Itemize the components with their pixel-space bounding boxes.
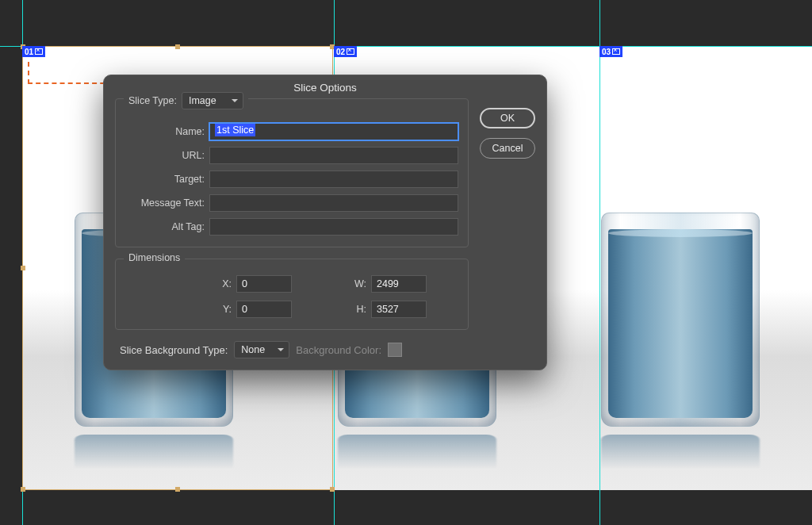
guide-vertical[interactable] (599, 0, 600, 525)
slice-number: 03 (602, 48, 611, 56)
target-input[interactable] (209, 171, 458, 188)
bg-type-label: Slice Background Type: (120, 344, 228, 356)
slice-badge-1[interactable]: 01 (22, 46, 45, 57)
cancel-button[interactable]: Cancel (480, 138, 535, 159)
image-slice-icon (612, 48, 620, 55)
h-input[interactable] (371, 301, 427, 318)
image-slice-icon (347, 48, 354, 55)
h-label: H: (292, 304, 371, 315)
glass-image-3 (593, 189, 768, 474)
slice-number: 02 (336, 48, 345, 56)
slice-type-select[interactable]: Image (182, 92, 243, 109)
guide-horizontal[interactable] (0, 46, 812, 47)
target-label: Target: (125, 174, 205, 185)
url-label: URL: (125, 150, 205, 161)
image-slice-icon (35, 48, 43, 55)
bg-color-swatch (388, 343, 402, 357)
w-label: W: (292, 278, 371, 289)
bg-color-label: Background Color: (296, 344, 381, 356)
x-input[interactable] (236, 275, 292, 293)
slice-type-group: Slice Type: Image Name: 1st Slice URL: (115, 98, 469, 247)
bg-type-value: None (241, 344, 265, 355)
alt-tag-input[interactable] (209, 218, 458, 236)
ok-button[interactable]: OK (480, 108, 535, 128)
w-input[interactable] (371, 275, 427, 293)
slice-number: 01 (25, 48, 33, 56)
ok-button-label: OK (500, 113, 515, 124)
slice-badge-2[interactable]: 02 (334, 46, 357, 57)
alt-tag-label: Alt Tag: (125, 221, 205, 232)
name-input[interactable]: 1st Slice (209, 123, 458, 140)
y-label: Y: (125, 304, 236, 315)
bg-type-select[interactable]: None (234, 341, 289, 358)
x-label: X: (125, 278, 236, 289)
dimensions-legend: Dimensions (124, 252, 185, 263)
message-text-input[interactable] (209, 194, 458, 212)
slice-type-label: Slice Type: (128, 95, 177, 106)
y-input[interactable] (236, 301, 292, 318)
slice-region-3[interactable] (549, 46, 812, 490)
slice-options-dialog: Slice Options Slice Type: Image Name: 1s… (103, 75, 547, 370)
dimensions-group: Dimensions X: W: Y: H: (115, 259, 469, 330)
guide-vertical[interactable] (22, 0, 23, 525)
slice-type-value: Image (189, 95, 216, 106)
name-input-value: 1st Slice (215, 124, 255, 136)
slice-badge-3[interactable]: 03 (599, 46, 622, 57)
message-text-label: Message Text: (125, 197, 205, 209)
url-input[interactable] (209, 147, 458, 164)
cancel-button-label: Cancel (492, 143, 523, 154)
name-label: Name: (125, 126, 205, 137)
